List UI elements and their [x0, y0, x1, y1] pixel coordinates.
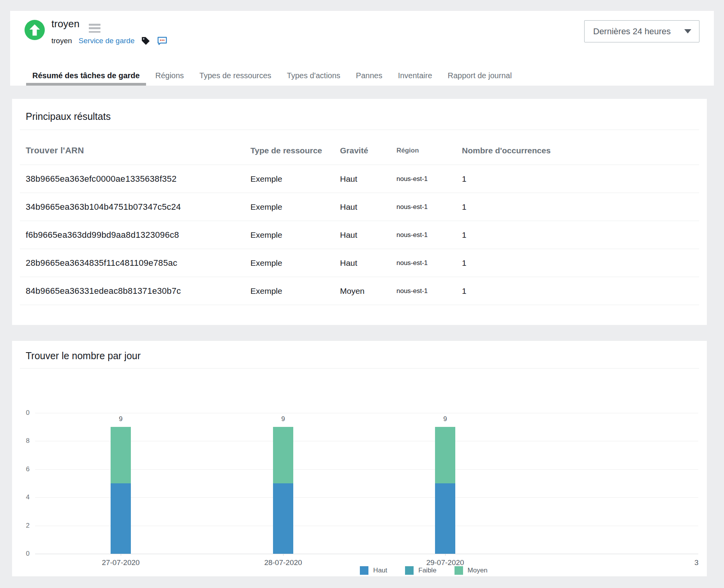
- bar-segment-haut[interactable]: [111, 483, 131, 554]
- chart-card: Trouver le nombre par jour 927-07-202092…: [12, 341, 707, 576]
- x-axis-label: 27-07-2020: [102, 558, 139, 567]
- gridline: [35, 526, 698, 526]
- page: troyen troyen Service de garde: [0, 0, 724, 588]
- bar-group[interactable]: 9: [111, 413, 131, 554]
- cell-region: nous-est-1: [396, 203, 462, 211]
- cell-gravite: Haut: [340, 174, 396, 184]
- chart-title: Trouver le nombre par jour: [12, 341, 707, 362]
- gridline: [35, 413, 698, 413]
- col-header-gravite: Gravité: [340, 146, 396, 155]
- cell-occurrences: 1: [462, 230, 693, 240]
- cell-type: Exemple: [250, 230, 340, 240]
- cell-occurrences: 1: [462, 202, 693, 212]
- comment-icon[interactable]: [157, 36, 167, 46]
- cell-arn: f6b9665ea363dd99bd9aa8d1323096c8: [26, 230, 250, 240]
- y-axis-tick-label: 8: [12, 437, 30, 445]
- legend-item-moyen[interactable]: Moyen: [454, 566, 488, 575]
- x-axis-line: [35, 554, 698, 554]
- y-axis-tick-label: 2: [12, 522, 30, 530]
- time-range-dropdown[interactable]: Dernières 24 heures: [584, 20, 699, 42]
- legend-label: Faible: [418, 567, 436, 574]
- legend-label: Haut: [373, 567, 387, 574]
- tag-icon[interactable]: [141, 36, 150, 46]
- y-axis-tick-label: 0: [12, 550, 30, 558]
- bar-segment-haut[interactable]: [435, 483, 455, 554]
- tab-resume-des-taches-de-garde[interactable]: Résumé des tâches de garde: [26, 71, 146, 86]
- legend-label: Moyen: [468, 567, 488, 574]
- x-axis-tick: [121, 554, 121, 556]
- bar-segments: [273, 427, 293, 554]
- y-axis-tick-label: 6: [12, 465, 30, 473]
- bar-segments: [435, 427, 455, 554]
- gridline: [35, 469, 698, 470]
- results-table: Trouver l'ARN Type de ressource Gravité …: [20, 130, 699, 305]
- y-axis-tick-label: 0: [12, 409, 30, 417]
- x-axis-label-clipped: 3: [694, 558, 699, 567]
- cell-occurrences: 1: [462, 258, 693, 268]
- tab-types-d-actions[interactable]: Types d'actions: [281, 71, 347, 86]
- time-range-value: Dernières 24 heures: [593, 26, 671, 37]
- cell-occurrences: 1: [462, 286, 693, 296]
- find-count-per-day-chart: 927-07-2020928-07-2020929-07-20203 HautF…: [12, 369, 707, 571]
- cell-region: nous-est-1: [396, 231, 462, 239]
- cell-gravite: Haut: [340, 202, 396, 212]
- chart-legend: HautFaibleMoyen: [12, 566, 707, 575]
- cell-arn: 34b9665ea363b104b4751b07347c5c24: [26, 202, 250, 212]
- x-axis-label: 28-07-2020: [264, 558, 302, 567]
- subtitle-row: troyen Service de garde: [51, 35, 167, 47]
- arrow-up-icon: [25, 20, 45, 40]
- legend-item-haut[interactable]: Haut: [360, 566, 387, 575]
- header: troyen troyen Service de garde: [10, 11, 714, 86]
- results-table-header: Trouver l'ARN Type de ressource Gravité …: [20, 130, 699, 165]
- table-row: 28b9665ea3634835f11c481109e785ac Exemple…: [20, 249, 699, 277]
- table-row: 34b9665ea363b104b4751b07347c5c24 Exemple…: [20, 193, 699, 221]
- x-axis-label: 29-07-2020: [426, 558, 464, 567]
- gridline: [35, 497, 698, 498]
- bar-segment-moyen[interactable]: [111, 427, 131, 483]
- caret-down-icon: [684, 29, 691, 33]
- cell-occurrences: 1: [462, 174, 693, 184]
- table-row: 38b9665ea363efc0000ae1335638f352 Exemple…: [20, 165, 699, 193]
- cell-region: nous-est-1: [396, 175, 462, 183]
- gridline: [35, 441, 698, 441]
- cell-arn: 38b9665ea363efc0000ae1335638f352: [26, 174, 250, 184]
- col-header-arn: Trouver l'ARN: [26, 146, 250, 156]
- on-call-schedule-link[interactable]: Service de garde: [79, 37, 135, 45]
- cell-type: Exemple: [250, 174, 340, 184]
- bar-value-label: 9: [273, 415, 293, 423]
- tab-rapport-de-journal[interactable]: Rapport de journal: [442, 71, 518, 86]
- tab-pannes[interactable]: Pannes: [350, 71, 389, 86]
- legend-swatch-icon: [360, 566, 368, 575]
- table-row: 84b9665ea36331edeac8b81371e30b7c Exemple…: [20, 277, 699, 305]
- bar-segment-moyen[interactable]: [273, 427, 293, 483]
- top-results-title: Principaux résultats: [12, 99, 707, 122]
- top-results-card: Principaux résultats Trouver l'ARN Type …: [12, 99, 707, 325]
- cell-type: Exemple: [250, 202, 340, 212]
- cell-gravite: Haut: [340, 230, 396, 240]
- tab-inventaire[interactable]: Inventaire: [392, 71, 439, 86]
- bar-segment-haut[interactable]: [273, 483, 293, 554]
- legend-item-faible[interactable]: Faible: [405, 566, 436, 575]
- bar-segment-moyen[interactable]: [435, 427, 455, 483]
- page-title: troyen: [51, 18, 79, 30]
- cell-arn: 28b9665ea3634835f11c481109e785ac: [26, 258, 250, 268]
- table-row: f6b9665ea363dd99bd9aa8d1323096c8 Exemple…: [20, 221, 699, 249]
- col-header-type: Type de ressource: [250, 146, 340, 155]
- bar-value-label: 9: [111, 415, 131, 423]
- menu-icon[interactable]: [89, 24, 100, 33]
- cell-region: nous-est-1: [396, 259, 462, 267]
- x-axis-tick: [445, 554, 446, 556]
- bar-group[interactable]: 9: [435, 413, 455, 554]
- bar-group[interactable]: 9: [273, 413, 293, 554]
- bar-value-label: 9: [435, 415, 455, 423]
- chart-plot: 927-07-2020928-07-2020929-07-20203: [35, 413, 698, 554]
- cell-type: Exemple: [250, 258, 340, 268]
- col-header-occurrences: Nombre d'occurrences: [462, 146, 693, 155]
- x-axis-tick: [283, 554, 284, 556]
- tab-types-de-ressources[interactable]: Types de ressources: [193, 71, 278, 86]
- cell-arn: 84b9665ea36331edeac8b81371e30b7c: [26, 286, 250, 296]
- tab-bar: Résumé des tâches de garde Régions Types…: [26, 71, 521, 86]
- tab-regions[interactable]: Régions: [149, 71, 190, 86]
- legend-swatch-icon: [454, 566, 463, 575]
- y-axis-tick-label: 4: [12, 493, 30, 501]
